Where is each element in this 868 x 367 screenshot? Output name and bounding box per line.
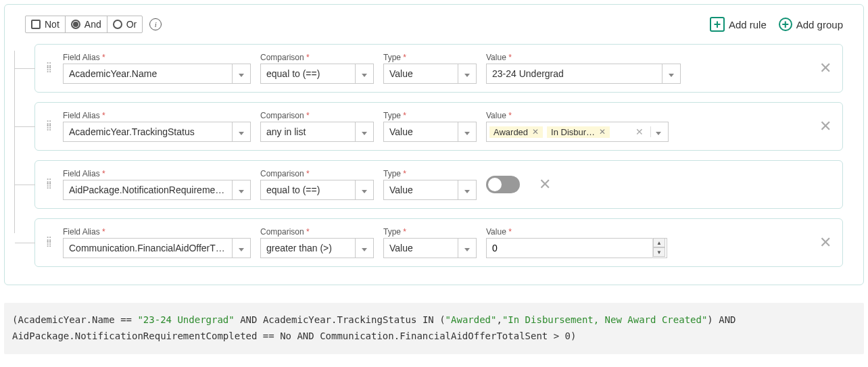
chip-label: In Disbur… bbox=[551, 127, 595, 137]
add-rule-button[interactable]: + Add rule bbox=[710, 17, 767, 32]
dropdown-caret-icon[interactable] bbox=[650, 126, 665, 137]
comparison-select[interactable]: greater than (>) bbox=[260, 238, 355, 258]
comparison-select[interactable]: equal to (==) bbox=[260, 64, 355, 84]
chip-remove-icon[interactable]: ✕ bbox=[532, 127, 539, 137]
or-radio[interactable]: Or bbox=[107, 16, 143, 32]
number-spinner: ▲ ▼ bbox=[652, 238, 665, 258]
radio-selected-icon bbox=[71, 20, 80, 29]
value-select[interactable]: 23-24 Undergrad bbox=[486, 64, 662, 84]
rules-container: ⠿⠿ Field Alias * AcademicYear.Name Compa… bbox=[14, 44, 843, 267]
dropdown-caret-icon[interactable] bbox=[232, 238, 251, 258]
type-select[interactable]: Value bbox=[383, 180, 458, 200]
comparison-select[interactable]: any in list bbox=[260, 122, 355, 142]
chip: Awarded ✕ bbox=[489, 126, 543, 138]
dropdown-caret-icon[interactable] bbox=[355, 122, 374, 142]
dropdown-caret-icon[interactable] bbox=[355, 64, 374, 84]
expression-preview: (AcademicYear.Name == "23-24 Undergrad" … bbox=[4, 303, 864, 354]
dropdown-caret-icon[interactable] bbox=[458, 238, 477, 258]
type-select[interactable]: Value bbox=[383, 122, 458, 142]
toggle-knob-icon bbox=[488, 178, 502, 191]
type-select[interactable]: Value bbox=[383, 238, 458, 258]
rule-row: ⠿⠿ Field Alias * Communication.Financial… bbox=[34, 218, 843, 267]
header-actions: + Add rule + Add group bbox=[710, 17, 843, 32]
logic-operator-group: Not And Or bbox=[25, 16, 143, 33]
dropdown-caret-icon[interactable] bbox=[458, 180, 477, 200]
field-alias-label: Field Alias bbox=[63, 227, 100, 237]
field-alias-label: Field Alias bbox=[63, 53, 100, 62]
rule-row: ⠿⠿ Field Alias * AcademicYear.Name Compa… bbox=[34, 44, 843, 93]
chip-remove-icon[interactable]: ✕ bbox=[599, 127, 606, 137]
and-radio[interactable]: And bbox=[66, 16, 107, 32]
spinner-up-button[interactable]: ▲ bbox=[653, 238, 665, 247]
comparison-label: Comparison bbox=[260, 227, 304, 237]
comparison-select[interactable]: equal to (==) bbox=[260, 180, 355, 200]
plus-circle-icon: + bbox=[779, 18, 792, 31]
value-toggle[interactable] bbox=[486, 176, 520, 193]
field-alias-select[interactable]: AcademicYear.TrackingStatus bbox=[63, 122, 232, 142]
builder-header: Not And Or i + Add rule + Add group bbox=[25, 16, 843, 33]
delete-rule-button[interactable]: ✕ bbox=[819, 118, 831, 135]
info-icon[interactable]: i bbox=[149, 18, 162, 30]
add-rule-label: Add rule bbox=[729, 19, 767, 30]
value-label: Value bbox=[486, 53, 506, 62]
radio-unselected-icon bbox=[113, 20, 122, 29]
type-label: Type bbox=[383, 53, 401, 62]
value-multiselect[interactable]: Awarded ✕ In Disbur… ✕ ✕ bbox=[486, 122, 669, 142]
drag-handle-icon[interactable]: ⠿⠿ bbox=[46, 64, 53, 72]
plus-square-icon: + bbox=[710, 17, 725, 32]
drag-handle-icon[interactable]: ⠿⠿ bbox=[46, 239, 53, 247]
field-alias-select[interactable]: Communication.FinancialAidOfferT… bbox=[63, 238, 232, 258]
type-label: Type bbox=[383, 111, 401, 120]
delete-rule-button[interactable]: ✕ bbox=[819, 234, 831, 251]
dropdown-caret-icon[interactable] bbox=[232, 64, 251, 84]
checkbox-icon bbox=[31, 20, 41, 29]
chip-label: Awarded bbox=[493, 127, 528, 137]
dropdown-caret-icon[interactable] bbox=[355, 238, 374, 258]
dropdown-caret-icon[interactable] bbox=[458, 122, 477, 142]
dropdown-caret-icon[interactable] bbox=[355, 180, 374, 200]
value-label: Value bbox=[486, 227, 506, 237]
type-label: Type bbox=[383, 227, 401, 237]
value-number-input[interactable] bbox=[486, 238, 667, 258]
or-label: Or bbox=[126, 19, 137, 30]
type-label: Type bbox=[383, 169, 401, 178]
dropdown-caret-icon[interactable] bbox=[458, 64, 477, 84]
clear-all-icon[interactable]: ✕ bbox=[633, 126, 646, 137]
rule-row: ⠿⠿ Field Alias * AidPackage.Notification… bbox=[34, 160, 843, 209]
add-group-button[interactable]: + Add group bbox=[779, 18, 843, 31]
comparison-label: Comparison bbox=[260, 53, 304, 62]
type-select[interactable]: Value bbox=[383, 64, 458, 84]
field-alias-label: Field Alias bbox=[63, 169, 100, 178]
dropdown-caret-icon[interactable] bbox=[662, 64, 681, 84]
field-alias-label: Field Alias bbox=[63, 111, 100, 120]
comparison-label: Comparison bbox=[260, 111, 304, 120]
drag-handle-icon[interactable]: ⠿⠿ bbox=[46, 122, 53, 130]
clear-value-button[interactable]: ✕ bbox=[539, 176, 551, 193]
add-group-label: Add group bbox=[796, 19, 843, 30]
field-alias-select[interactable]: AidPackage.NotificationRequireme… bbox=[63, 180, 232, 200]
field-alias-select[interactable]: AcademicYear.Name bbox=[63, 64, 232, 84]
chip: In Disbur… ✕ bbox=[547, 126, 610, 138]
value-label: Value bbox=[486, 111, 506, 120]
dropdown-caret-icon[interactable] bbox=[232, 122, 251, 142]
dropdown-caret-icon[interactable] bbox=[232, 180, 251, 200]
delete-rule-button[interactable]: ✕ bbox=[819, 59, 831, 77]
spinner-down-button[interactable]: ▼ bbox=[653, 247, 665, 257]
rule-builder: Not And Or i + Add rule + Add group bbox=[4, 4, 864, 285]
drag-handle-icon[interactable]: ⠿⠿ bbox=[46, 180, 53, 189]
not-toggle[interactable]: Not bbox=[26, 16, 66, 32]
not-label: Not bbox=[45, 19, 59, 30]
comparison-label: Comparison bbox=[260, 169, 304, 178]
and-label: And bbox=[85, 19, 101, 30]
rule-row: ⠿⠿ Field Alias * AcademicYear.TrackingSt… bbox=[34, 102, 843, 151]
